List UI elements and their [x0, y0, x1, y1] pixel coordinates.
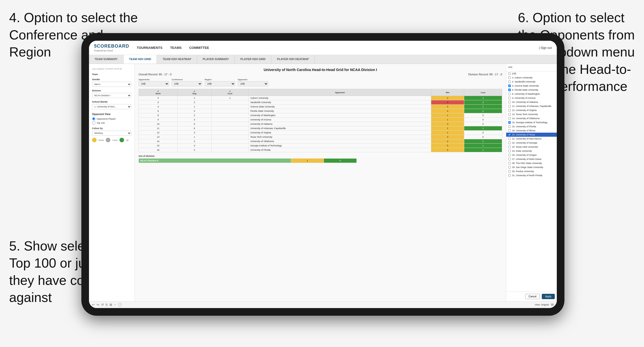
conf-select[interactable]: (All): [172, 81, 202, 86]
cell-reg: 6: [178, 126, 211, 131]
tab-team-h2h-grid[interactable]: TEAM H2H GRID: [124, 55, 157, 64]
gender-select[interactable]: Men's: [92, 82, 131, 87]
dropdown-item[interactable]: 25. University of Oregon: [506, 153, 557, 157]
dropdown-item[interactable]: 9. University of Arizona: [506, 96, 557, 100]
cell-loss: 1: [464, 148, 502, 152]
cell-rank: 3: [139, 100, 178, 105]
dropdown-item[interactable]: 14. University of Oklahoma: [506, 116, 557, 120]
table-row: 11 6 University of Arkansas, Fayettevill…: [139, 126, 502, 131]
division-select[interactable]: NCAA Division I: [92, 93, 131, 98]
region-label: Region: [205, 78, 235, 81]
center-panel: University of North Carolina Head-to-Hea…: [135, 64, 506, 301]
dropdown-item[interactable]: 30. Purdue University: [506, 169, 557, 173]
dropdown-item[interactable]: 11. University of Arkansas, Fayetteville: [506, 104, 557, 108]
dropdown-item[interactable]: 15. Georgia Institute of Technology: [506, 120, 557, 124]
cell-rank: 13: [139, 135, 178, 139]
tab-player-h2h-grid[interactable]: PLAYER H2H GRID: [235, 55, 271, 64]
cell-win: 5: [431, 148, 464, 152]
school-select[interactable]: 1. University of Nort...: [92, 104, 131, 109]
table-row: 2 1 1 Auburn University 2 1: [139, 96, 502, 100]
h2h-table: #Rank #Reg #Conf Opponent Win Loss 2 1 1…: [139, 89, 502, 152]
radio-opponents-played[interactable]: Opponents Played: [92, 117, 131, 120]
cell-reg: 3: [178, 118, 211, 122]
cell-reg: 2: [178, 139, 211, 144]
cell-conf: [211, 122, 249, 126]
cell-reg: 2: [178, 113, 211, 118]
dropdown-item[interactable]: 10. University of Alabama: [506, 100, 557, 104]
dropdown-item[interactable]: 29. San Diego State University: [506, 165, 557, 169]
cell-win: 5: [431, 144, 464, 148]
dropdown-item[interactable]: (All): [506, 72, 557, 76]
dropdown-item[interactable]: 13. Texas Tech University: [506, 112, 557, 116]
col-rank: #Rank: [139, 89, 178, 96]
dropdown-item[interactable]: 2. Auburn University: [506, 76, 557, 80]
h2h-title: University of North Carolina Head-to-Hea…: [139, 68, 502, 72]
copy-icon[interactable]: ⎘: [106, 303, 108, 307]
cell-loss: 0: [464, 131, 502, 135]
opponent-select[interactable]: (All): [238, 81, 268, 86]
dropdown-item[interactable]: 20. University of Texas: [506, 133, 557, 137]
colour-select[interactable]: Win/loss: [92, 131, 131, 136]
cell-loss: 1: [464, 126, 502, 131]
cell-rank: 14: [139, 139, 178, 144]
overall-record: Overall Record: 89 - 17 - 0: [139, 73, 172, 76]
dropdown-item[interactable]: 16. University of Florida: [506, 124, 557, 129]
out-div-opponent: NCAA Division II: [139, 159, 291, 163]
undo-icon[interactable]: ↩: [92, 303, 95, 307]
nav-teams[interactable]: TEAMS: [170, 45, 182, 51]
view-label: View: Original: [535, 303, 549, 306]
dropdown-item[interactable]: 18. University of Illinois: [506, 129, 557, 133]
cell-rank: 12: [139, 131, 178, 135]
opponent-dropdown-list[interactable]: (All) 2. Auburn University 3. Vanderbilt…: [506, 72, 557, 292]
nav-committee[interactable]: COMMITTEE: [189, 45, 209, 51]
dropdown-item[interactable]: 6. Florida State University: [506, 88, 557, 92]
eye-icon[interactable]: W: [551, 303, 554, 307]
nav-tournaments[interactable]: TOURNAMENTS: [137, 45, 162, 51]
dropdown-item[interactable]: 27. University of Notre Dame: [506, 157, 557, 161]
dropdown-item[interactable]: 8. University of Washington: [506, 92, 557, 96]
tab-team-h2h-heatmap[interactable]: TEAM H2H HEATMAP: [157, 55, 197, 64]
cell-rank: 2: [139, 96, 178, 100]
clock-icon[interactable]: 🕐: [118, 303, 122, 307]
dropdown-item[interactable]: 24. Duke University: [506, 149, 557, 153]
tab-player-summary[interactable]: PLAYER SUMMARY: [197, 55, 235, 64]
cell-win: 5: [431, 105, 464, 109]
cell-opponent: University of Arkansas, Fayetteville: [249, 126, 431, 131]
dropdown-item[interactable]: 12. University of Virginia: [506, 108, 557, 112]
redo-icon[interactable]: ↪: [97, 303, 99, 307]
cell-reg: 3: [178, 131, 211, 135]
dropdown-item[interactable]: 4. Arizona State University: [506, 84, 557, 88]
cell-loss: 1: [464, 144, 502, 148]
dropdown-item[interactable]: 31. University of North Florida: [506, 173, 557, 177]
cell-win: 3: [431, 122, 464, 126]
dropdown-item[interactable]: 3. Vanderbilt University: [506, 80, 557, 84]
cell-conf: [211, 144, 249, 148]
cell-reg: 1: [178, 96, 211, 100]
dropdown-item[interactable]: 23. Texas A&M University: [506, 145, 557, 149]
cancel-button[interactable]: Cancel: [525, 294, 540, 299]
grid-icon[interactable]: ⊞: [110, 303, 112, 307]
tab-team-summary[interactable]: TEAM SUMMARY: [89, 55, 124, 64]
tab-player-h2h-heatmap[interactable]: PLAYER H2H HEATMAP: [272, 55, 315, 64]
sign-out[interactable]: | Sign out: [539, 46, 552, 50]
minus-icon[interactable]: −: [114, 303, 116, 307]
refresh-icon[interactable]: ↺: [101, 303, 104, 307]
apply-button[interactable]: Apply: [542, 294, 555, 299]
radio-top100[interactable]: Top 100: [92, 121, 131, 124]
cell-loss: 0: [464, 122, 502, 126]
cell-loss: 1: [464, 105, 502, 109]
dropdown-item[interactable]: 22. University of Georgia: [506, 141, 557, 145]
cell-win: 0: [431, 100, 464, 105]
dropdown-item[interactable]: 21. University of New Mexico: [506, 137, 557, 141]
cell-rank: 11: [139, 126, 178, 131]
division-label: Division: [92, 89, 131, 92]
region-select[interactable]: (All): [205, 81, 235, 86]
filter-row: Opponents: (All) Conference (All) Region: [139, 78, 502, 86]
table-row: 9 3 University of Arizona 1 0: [139, 118, 502, 122]
col-reg: #Reg: [178, 89, 211, 96]
dropdown-item[interactable]: 28. The Ohio State University: [506, 161, 557, 165]
opponents-select[interactable]: (All): [139, 81, 169, 86]
table-row: 16 2 University of Florida 5 1: [139, 148, 502, 152]
logo: 5COREBOARD: [94, 44, 129, 49]
cell-loss: 0: [464, 113, 502, 118]
